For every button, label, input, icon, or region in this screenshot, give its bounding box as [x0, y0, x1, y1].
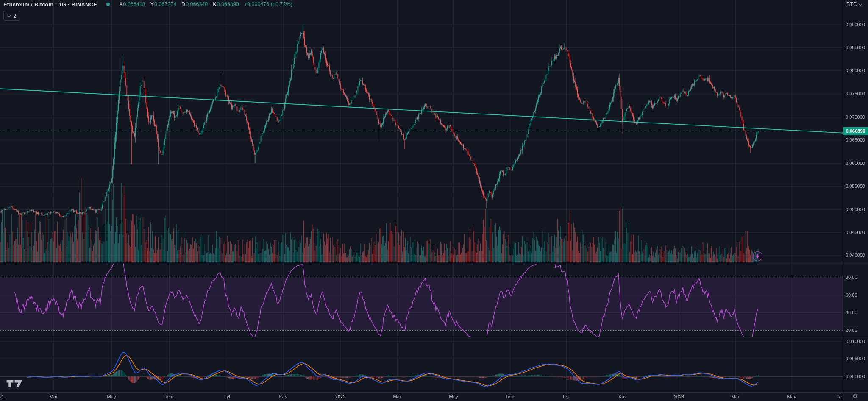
- price-tick-label: 20.00: [846, 328, 857, 333]
- price-tick-label: 80.00: [846, 275, 857, 280]
- time-tick-label: 21: [0, 394, 4, 399]
- collapsed-count: 2: [13, 13, 16, 19]
- collapsed-indicators-badge[interactable]: 2: [3, 11, 20, 21]
- price-tick-label: 0.070000: [846, 114, 865, 120]
- time-tick-label: Mar: [732, 394, 740, 399]
- time-tick-label: Tem: [506, 394, 515, 399]
- live-status-dot: [106, 3, 110, 6]
- price-tick-label: 0.000000: [846, 374, 865, 379]
- price-tick-label: 0.010000: [846, 339, 865, 344]
- ohlc-pair: A0.066413: [119, 1, 145, 7]
- chart-legend: Ethereum / Bitcoin · 1G · BINANCE A0.066…: [3, 1, 292, 8]
- tradingview-logo[interactable]: [6, 379, 25, 390]
- price-unit-button[interactable]: BTC: [846, 1, 862, 7]
- price-tick-label: 0.075000: [846, 91, 865, 96]
- price-tick-label: 0.085000: [846, 45, 865, 50]
- time-tick-label: 2023: [674, 394, 684, 399]
- price-tick-label: 0.055000: [846, 184, 865, 189]
- time-tick-label: Te: [837, 394, 842, 399]
- price-tick-label: 0.005000: [846, 356, 865, 361]
- price-tick-label: 0.090000: [846, 22, 865, 27]
- chart-canvas[interactable]: [0, 0, 868, 401]
- chevron-down-icon: [7, 13, 11, 17]
- price-tick-label: 40.00: [846, 310, 857, 315]
- price-tick-label: 60.00: [846, 292, 857, 298]
- unit-label: BTC: [846, 1, 857, 7]
- time-tick-label: Kas: [279, 394, 287, 399]
- time-tick-label: Tem: [165, 394, 174, 399]
- change-value: +0.000476 (+0.72%): [244, 1, 292, 7]
- price-tick-label: 0.050000: [846, 207, 865, 212]
- time-tick-label: Eyl: [223, 394, 230, 399]
- time-tick-label: May: [107, 394, 116, 399]
- last-price-label: 0.066890: [843, 127, 868, 135]
- ohlc-pair: Y0.067274: [150, 1, 176, 7]
- time-tick-label: 2022: [335, 394, 345, 399]
- time-tick-label: Mar: [50, 394, 58, 399]
- price-tick-label: 0.080000: [846, 68, 865, 73]
- lightning-icon[interactable]: [753, 251, 762, 261]
- price-tick-label: 0.045000: [846, 230, 865, 235]
- chevron-down-icon: [859, 2, 862, 6]
- ohlc-pair: K0.066890: [213, 1, 239, 7]
- price-tick-label: 0.065000: [846, 137, 865, 142]
- time-tick-label: Kas: [619, 394, 627, 399]
- time-tick-label: May: [449, 394, 458, 399]
- ohlc-pair: D0.066340: [181, 1, 208, 7]
- time-tick-label: Eyl: [563, 394, 569, 399]
- tradingview-chart-window: Ethereum / Bitcoin · 1G · BINANCE A0.066…: [0, 0, 868, 401]
- time-tick-label: Mar: [393, 394, 401, 399]
- price-tick-label: 0.060000: [846, 161, 865, 166]
- ohlc-values: A0.066413Y0.067274D0.066340K0.066890 +0.…: [119, 1, 292, 7]
- symbol-title[interactable]: Ethereum / Bitcoin · 1G · BINANCE: [3, 1, 97, 8]
- gear-icon[interactable]: ⚙: [852, 393, 858, 399]
- price-tick-label: 0.040000: [846, 253, 865, 258]
- time-tick-label: May: [787, 394, 796, 399]
